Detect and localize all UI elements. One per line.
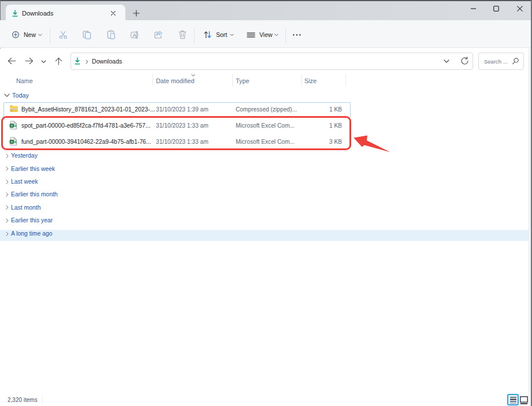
svg-text:A: A bbox=[133, 32, 136, 38]
